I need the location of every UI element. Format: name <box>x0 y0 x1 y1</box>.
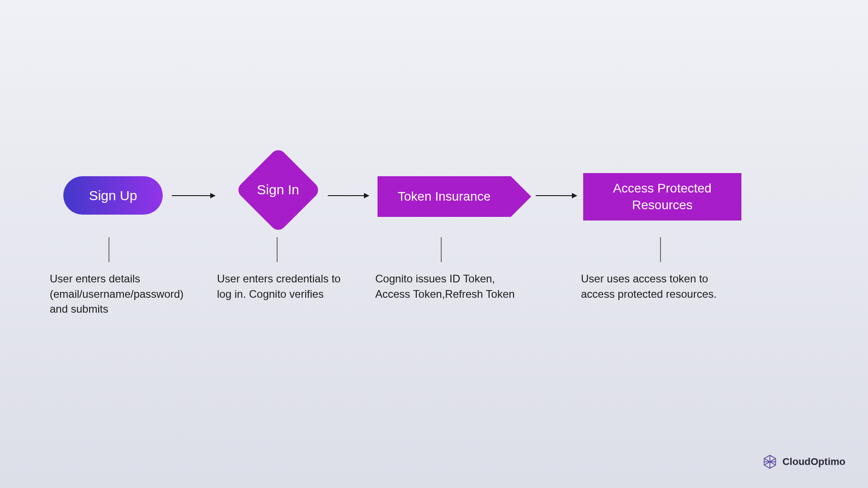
brand-logo: CloudOptimo <box>762 454 845 470</box>
arrow-shape: Token Insurance <box>377 176 511 217</box>
step-token-label: Token Insurance <box>398 189 491 204</box>
step-access-label: Access Protected Resources <box>583 180 741 213</box>
step-signin-shape: Sign In <box>235 147 321 233</box>
step-signup-description: User enters details (email/username/pass… <box>50 271 190 317</box>
step-signup-label: Sign Up <box>89 188 137 203</box>
connector-line <box>441 237 442 262</box>
step-token-shape: Token Insurance <box>377 176 527 217</box>
connector-line <box>108 237 109 262</box>
brand-name: CloudOptimo <box>783 456 845 468</box>
step-signup-shape: Sign Up <box>63 176 163 215</box>
step-token-description: Cognito issues ID Token, Access Token,Re… <box>375 271 529 301</box>
connector-line <box>277 237 278 262</box>
step-access-description: User uses access token to access protect… <box>581 271 730 301</box>
step-signin-description: User enters credentials to log in. Cogni… <box>217 271 357 301</box>
arrow-icon <box>536 195 576 196</box>
arrow-icon <box>172 195 215 196</box>
step-access-shape: Access Protected Resources <box>583 173 741 221</box>
cloudoptimo-icon <box>762 454 778 470</box>
connector-line <box>660 237 661 262</box>
step-signin-label: Sign In <box>235 147 321 233</box>
arrow-icon <box>328 195 368 196</box>
